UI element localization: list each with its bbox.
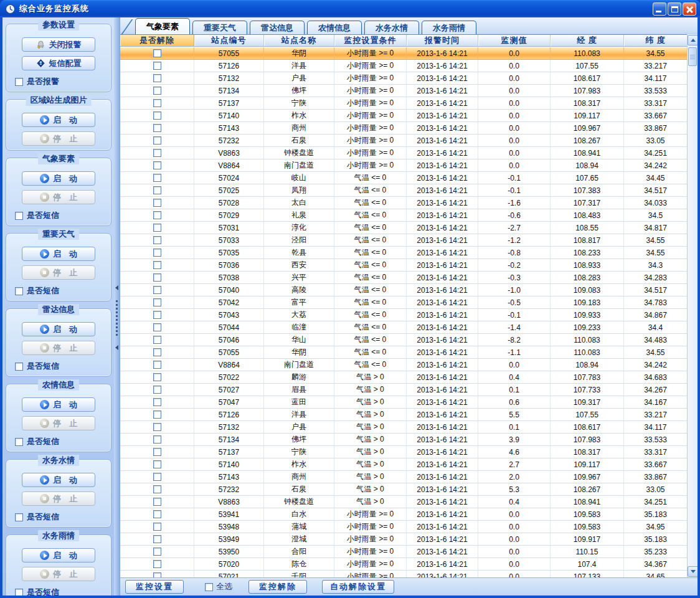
table-row[interactable]: 57137宁陕小时雨量 >= 02013-1-6 14:210.0108.317… [120,97,688,110]
row-release-checkbox[interactable] [153,62,161,70]
row-release-checkbox[interactable] [153,560,161,568]
row-release-checkbox[interactable] [153,448,161,456]
monitor-settings-button[interactable]: 监控设置 [125,580,184,594]
column-header[interactable]: 站点名称 [264,35,334,46]
table-row[interactable]: 57134佛坪气温 > 02013-1-6 14:213.9107.98333.… [120,434,688,446]
table-row[interactable]: 57232石泉小时雨量 >= 02013-1-6 14:210.0108.267… [120,135,688,147]
row-release-checkbox[interactable] [153,435,161,444]
table-row[interactable]: V8864南门盘道小时雨量 >= 02013-1-6 14:210.0108.9… [120,159,688,172]
start-button[interactable]: 启 动 [22,113,95,127]
row-release-checkbox[interactable] [153,348,161,356]
row-release-checkbox[interactable] [153,249,161,257]
table-row[interactable]: 57042富平气温 <= 02013-1-6 14:21-0.5109.1833… [120,297,688,309]
row-release-checkbox[interactable] [153,286,161,294]
maximize-button[interactable] [668,2,681,16]
start-button[interactable]: 启 动 [22,171,95,186]
row-release-checkbox[interactable] [153,298,161,306]
monitor-release-button[interactable]: 监控解除 [248,580,307,594]
auto-release-settings-button[interactable]: 自动解除设置 [322,580,394,594]
row-release-checkbox[interactable] [153,161,161,169]
table-row[interactable]: 57028太白气温 <= 02013-1-6 14:21-1.6107.3173… [120,197,688,209]
table-row[interactable]: 57055华阴气温 <= 02013-1-6 14:21-1.1110.0833… [120,346,688,359]
row-release-checkbox[interactable] [153,112,161,120]
row-release-checkbox[interactable] [153,211,161,219]
column-header[interactable]: 站点编号 [194,35,264,46]
scroll-up-button[interactable] [688,35,698,45]
row-release-checkbox[interactable] [153,423,161,431]
table-row[interactable]: 57126洋县小时雨量 >= 02013-1-6 14:210.0107.553… [120,60,688,72]
row-release-checkbox[interactable] [153,149,161,157]
table-row[interactable]: 57022麟游气温 > 02013-1-6 14:210.4107.78334.… [120,371,688,384]
panel-checkbox[interactable] [15,212,23,220]
table-row[interactable]: 57134佛坪小时雨量 >= 02013-1-6 14:210.0107.983… [120,85,688,97]
tab-item-6[interactable]: 水务雨情 [422,21,476,34]
scrollbar-thumb[interactable] [688,47,697,66]
row-release-checkbox[interactable] [153,336,161,344]
table-row[interactable]: 57038兴平气温 <= 02013-1-6 14:21-0.3108.2833… [120,272,688,284]
row-release-checkbox[interactable] [153,323,161,331]
table-row[interactable]: 57137宁陕气温 > 02013-1-6 14:214.6108.31733.… [120,446,688,458]
row-release-checkbox[interactable] [153,199,161,207]
table-row[interactable]: 57024岐山气温 <= 02013-1-6 14:21-0.1107.6534… [120,172,688,184]
row-release-checkbox[interactable] [153,174,161,182]
row-release-checkbox[interactable] [153,510,161,518]
column-header[interactable]: 监测值 [478,35,551,46]
row-release-checkbox[interactable] [153,87,161,95]
table-row[interactable]: 57031淳化气温 <= 02013-1-6 14:21-2.7108.5534… [120,222,688,234]
close-alarm-button[interactable]: 关闭报警 [22,37,95,52]
column-header[interactable]: 纬 度 [624,35,688,46]
row-release-checkbox[interactable] [153,273,161,282]
row-release-checkbox[interactable] [153,311,161,319]
table-row[interactable]: 57043大荔气温 <= 02013-1-6 14:21-0.1109.9333… [120,309,688,321]
column-header[interactable]: 是否解除 [120,35,194,46]
tab-item-3[interactable]: 雷达信息 [250,21,305,34]
close-button[interactable] [683,2,696,16]
minimize-button[interactable] [653,2,666,16]
column-header[interactable]: 经 度 [551,35,624,46]
table-row[interactable]: 57132户县小时雨量 >= 02013-1-6 14:210.0108.617… [120,72,688,85]
tab-item-2[interactable]: 重要天气 [192,21,247,34]
table-row[interactable]: V8863钟楼盘道小时雨量 >= 02013-1-6 14:210.0108.9… [120,147,688,159]
table-row[interactable]: 57040高陵气温 <= 02013-1-6 14:21-1.0109.0833… [120,284,688,297]
row-release-checkbox[interactable] [153,74,161,82]
start-button[interactable]: 启 动 [22,397,95,412]
table-row[interactable]: 53949澄城小时雨量 >= 02013-1-6 14:210.0109.917… [120,533,688,546]
sidebar-splitter[interactable] [114,17,120,596]
table-row[interactable]: 57143商州气温 > 02013-1-6 14:212.0109.96733.… [120,471,688,483]
row-release-checkbox[interactable] [153,386,161,394]
table-row[interactable]: 57143商州小时雨量 >= 02013-1-6 14:210.0109.967… [120,122,688,135]
tab-item-4[interactable]: 农情信息 [307,21,362,34]
row-release-checkbox[interactable] [153,186,161,194]
row-release-checkbox[interactable] [153,535,161,543]
row-release-checkbox[interactable] [153,485,161,493]
row-release-checkbox[interactable] [153,224,161,232]
column-header[interactable]: 报警时间 [407,35,478,46]
row-release-checkbox[interactable] [153,373,161,381]
panel-checkbox[interactable] [15,513,23,521]
scroll-down-button[interactable] [688,566,698,577]
tab-item-5[interactable]: 水务水情 [364,21,419,34]
start-button[interactable]: 启 动 [22,247,95,261]
row-release-checkbox[interactable] [153,136,161,145]
splitter-grip[interactable] [114,285,120,350]
panel-checkbox[interactable] [15,363,23,371]
vertical-scrollbar[interactable] [687,34,698,577]
start-button[interactable]: 启 动 [22,322,95,336]
sms-config-button[interactable]: 短信配置 [22,56,95,70]
row-release-checkbox[interactable] [153,572,161,577]
row-release-checkbox[interactable] [153,473,161,481]
panel-checkbox[interactable] [15,287,23,295]
panel-checkbox[interactable] [15,589,23,596]
table-row[interactable]: 57140柞水气温 > 02013-1-6 14:212.7109.11733.… [120,458,688,471]
row-release-checkbox[interactable] [153,460,161,468]
row-release-checkbox[interactable] [153,411,161,419]
row-release-checkbox[interactable] [153,99,161,107]
row-release-checkbox[interactable] [153,49,161,57]
row-release-checkbox[interactable] [153,548,161,556]
table-row[interactable]: 57132户县气温 > 02013-1-6 14:210.1108.61734.… [120,421,688,434]
table-row[interactable]: 57047蓝田气温 > 02013-1-6 14:210.6109.31734.… [120,396,688,409]
start-button[interactable]: 启 动 [22,548,95,562]
select-all-checkbox[interactable] [205,583,213,591]
table-row[interactable]: 57029礼泉气温 <= 02013-1-6 14:21-0.6108.4833… [120,209,688,222]
table-row[interactable]: 57035乾县气温 <= 02013-1-6 14:21-0.8108.2333… [120,247,688,259]
